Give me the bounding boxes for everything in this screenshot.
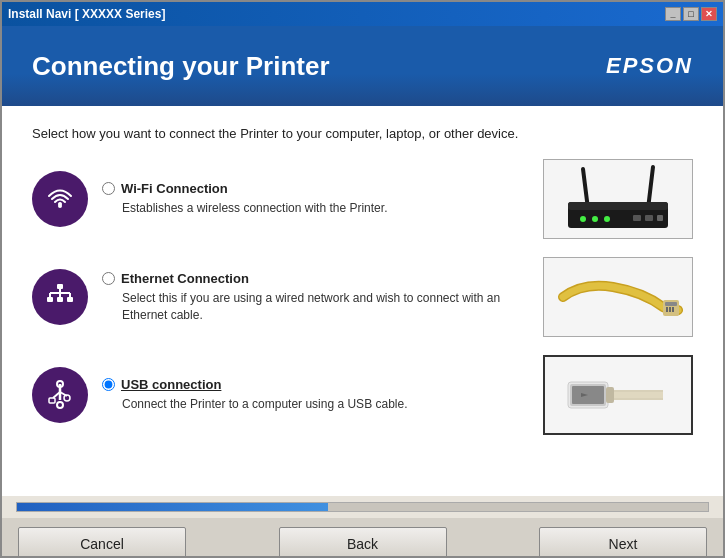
usb-icon-circle: [32, 367, 88, 423]
back-button[interactable]: Back: [279, 527, 447, 558]
ethernet-option-content: Ethernet Connection Select this if you a…: [102, 271, 529, 324]
ethernet-image: [543, 257, 693, 337]
svg-rect-29: [49, 398, 55, 403]
ethernet-radio-label[interactable]: Ethernet Connection: [102, 271, 529, 286]
usb-radio-label[interactable]: USB connection: [102, 377, 529, 392]
svg-point-0: [58, 204, 62, 208]
wifi-icon-circle: [32, 171, 88, 227]
title-bar-text: Install Navi [ XXXXX Series]: [8, 7, 165, 21]
close-button[interactable]: ✕: [701, 7, 717, 21]
svg-point-31: [57, 402, 63, 408]
minimize-button[interactable]: _: [665, 7, 681, 21]
svg-rect-11: [57, 284, 63, 289]
ethernet-option-row: Ethernet Connection Select this if you a…: [32, 257, 693, 337]
wifi-option-content: Wi-Fi Connection Establishes a wireless …: [102, 181, 529, 217]
svg-rect-22: [666, 307, 668, 312]
svg-rect-8: [633, 215, 641, 221]
wifi-label: Wi-Fi Connection: [121, 181, 228, 196]
ethernet-label: Ethernet Connection: [121, 271, 249, 286]
progress-bar-background: [16, 502, 709, 512]
svg-rect-9: [645, 215, 653, 221]
usb-option-row: USB connection Connect the Printer to a …: [32, 355, 693, 435]
svg-rect-19: [67, 297, 73, 302]
wifi-radio-label[interactable]: Wi-Fi Connection: [102, 181, 529, 196]
progress-area: [2, 496, 723, 518]
progress-bar-fill: [17, 503, 328, 511]
svg-rect-36: [608, 392, 663, 398]
ethernet-icon-circle: [32, 269, 88, 325]
svg-rect-4: [568, 202, 668, 210]
usb-radio[interactable]: [102, 378, 115, 391]
cancel-button[interactable]: Cancel: [18, 527, 186, 558]
svg-point-5: [580, 216, 586, 222]
ethernet-radio[interactable]: [102, 272, 115, 285]
svg-rect-23: [669, 307, 671, 312]
header: Connecting your Printer EPSON: [2, 26, 723, 106]
svg-rect-37: [606, 387, 614, 403]
usb-image: [543, 355, 693, 435]
wifi-image: [543, 159, 693, 239]
title-bar-buttons[interactable]: _ □ ✕: [665, 7, 717, 21]
wifi-radio[interactable]: [102, 182, 115, 195]
wifi-description: Establishes a wireless connection with t…: [122, 200, 529, 217]
instruction-text: Select how you want to connect the Print…: [32, 126, 693, 141]
wifi-option-row: Wi-Fi Connection Establishes a wireless …: [32, 159, 693, 239]
page-title: Connecting your Printer: [32, 51, 330, 82]
maximize-button[interactable]: □: [683, 7, 699, 21]
epson-logo: EPSON: [606, 53, 693, 79]
svg-rect-17: [47, 297, 53, 302]
main-content: Select how you want to connect the Print…: [2, 106, 723, 496]
svg-point-7: [604, 216, 610, 222]
title-bar: Install Navi [ XXXXX Series] _ □ ✕: [2, 2, 723, 26]
svg-rect-24: [672, 307, 674, 312]
usb-description: Connect the Printer to a computer using …: [122, 396, 529, 413]
footer: Cancel Back Next: [2, 518, 723, 558]
ethernet-description: Select this if you are using a wired net…: [122, 290, 529, 324]
svg-rect-21: [665, 302, 677, 306]
svg-point-6: [592, 216, 598, 222]
usb-option-content: USB connection Connect the Printer to a …: [102, 377, 529, 413]
svg-rect-10: [657, 215, 663, 221]
next-button[interactable]: Next: [539, 527, 707, 558]
svg-rect-18: [57, 297, 63, 302]
usb-label: USB connection: [121, 377, 221, 392]
